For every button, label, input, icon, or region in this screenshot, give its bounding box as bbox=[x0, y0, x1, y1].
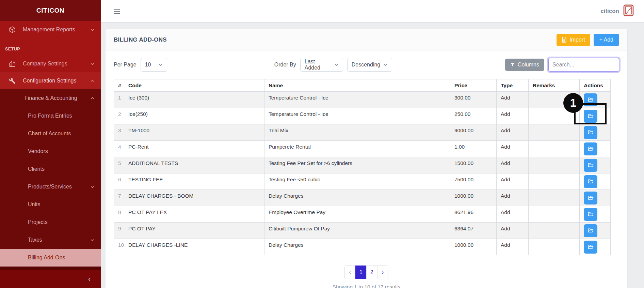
type-cell: Add bbox=[497, 141, 529, 157]
order-by-select[interactable]: Last Added bbox=[300, 58, 343, 72]
sidebar-item-company-settings[interactable]: Company Settings bbox=[0, 55, 101, 72]
name-cell: Testing Fee Per Set for >6 cylinders bbox=[264, 157, 450, 173]
open-record-button[interactable] bbox=[584, 159, 597, 172]
row-number: 8 bbox=[114, 206, 124, 223]
sidebar-item-chart-of-accounts[interactable]: Chart of Accounts bbox=[0, 125, 101, 142]
name-cell: Temperature Control - Ice bbox=[264, 92, 450, 108]
import-file-icon bbox=[562, 37, 567, 43]
sidebar-item-units[interactable]: Units bbox=[0, 196, 101, 213]
pagination-prev-button[interactable]: ‹ bbox=[344, 266, 356, 279]
sidebar-item-products-services[interactable]: Products/Services bbox=[0, 178, 101, 196]
table-row: 1Ice (300)Temperature Control - Ice300.0… bbox=[114, 92, 611, 108]
actions-cell bbox=[580, 190, 611, 206]
actions-cell bbox=[580, 141, 611, 157]
price-cell: 300.00 bbox=[450, 92, 497, 108]
sidebar: CITICON Management ReportsSETUPCompany S… bbox=[0, 0, 101, 288]
remarks-cell bbox=[529, 206, 580, 223]
sidebar-item-taxes[interactable]: Taxes bbox=[0, 231, 101, 249]
add-button[interactable]: + Add bbox=[594, 34, 619, 46]
remarks-cell bbox=[529, 157, 580, 173]
actions-cell bbox=[580, 92, 611, 108]
table-row: 9PC OT PAYCitibuilt Pumpcrew Ot Pay6364.… bbox=[114, 223, 611, 239]
row-number: 2 bbox=[114, 108, 124, 124]
pagination-page-2[interactable]: 2 bbox=[366, 266, 377, 279]
app-window: CITICON Management ReportsSETUPCompany S… bbox=[0, 0, 644, 288]
folder-open-icon bbox=[588, 212, 594, 217]
code-cell: DELAY CHARGES -LINE bbox=[124, 239, 264, 255]
name-cell: Citibuilt Pumpcrew Ot Pay bbox=[264, 223, 450, 239]
topbar-brand-text: citicon bbox=[600, 8, 619, 15]
open-record-button[interactable] bbox=[584, 208, 597, 221]
chevron-down-icon bbox=[90, 238, 95, 242]
content-area: BILLING ADD-ONS Import bbox=[101, 22, 644, 288]
sort-direction-select[interactable]: Descending bbox=[347, 58, 392, 72]
row-number: 3 bbox=[114, 124, 124, 141]
sidebar-item-label: Company Settings bbox=[23, 61, 67, 67]
sidebar-item-label: Chart of Accounts bbox=[28, 131, 71, 137]
name-cell: Trial Mix bbox=[264, 124, 450, 141]
open-record-button[interactable] bbox=[584, 110, 597, 123]
open-record-button[interactable] bbox=[584, 142, 597, 155]
per-page-select[interactable]: 10 bbox=[141, 58, 167, 72]
sidebar-item-billing-add-ons[interactable]: Billing Add-Ons bbox=[0, 249, 101, 267]
add-button-label: + Add bbox=[599, 37, 613, 43]
hamburger-icon bbox=[114, 9, 120, 10]
code-cell: Ice(250) bbox=[124, 108, 264, 124]
row-number: 10 bbox=[114, 239, 124, 255]
billing-addons-card: BILLING ADD-ONS Import bbox=[105, 29, 628, 288]
code-cell: Ice (300) bbox=[124, 92, 264, 108]
chevron-up-icon bbox=[90, 96, 95, 101]
column-header-code: Code bbox=[124, 79, 264, 92]
order-by-label: Order By bbox=[274, 62, 296, 68]
row-number: 6 bbox=[114, 173, 124, 190]
sidebar-item-pro-forma-entries[interactable]: Pro Forma Entries bbox=[0, 107, 101, 125]
sidebar-item-management-reports[interactable]: Management Reports bbox=[0, 21, 101, 38]
folder-open-icon bbox=[588, 228, 594, 233]
name-cell: Temperature Control - Ice bbox=[264, 108, 450, 124]
remarks-cell bbox=[529, 190, 580, 206]
actions-cell bbox=[580, 108, 611, 124]
import-button[interactable]: Import bbox=[557, 34, 590, 46]
price-cell: 1.00 bbox=[450, 141, 497, 157]
sidebar-item-label: Units bbox=[28, 201, 40, 208]
remarks-cell bbox=[529, 223, 580, 239]
wrench-icon bbox=[9, 77, 16, 85]
folder-open-icon bbox=[588, 179, 594, 184]
search-input[interactable] bbox=[548, 58, 619, 72]
open-record-button[interactable] bbox=[584, 175, 597, 188]
card-body: Per Page 10 Order By Last Add bbox=[106, 50, 627, 288]
open-record-button[interactable] bbox=[584, 224, 597, 237]
row-number: 1 bbox=[114, 92, 124, 108]
cube-icon bbox=[9, 26, 16, 33]
chevron-down-icon bbox=[90, 185, 95, 189]
results-summary: Showing 1 to 10 of 17 results bbox=[114, 284, 619, 288]
sidebar-item-configuration-settings[interactable]: Configuration Settings bbox=[0, 72, 101, 89]
open-record-button[interactable] bbox=[584, 241, 597, 254]
actions-cell bbox=[580, 157, 611, 173]
sidebar-item-label: Configuration Settings bbox=[23, 78, 76, 84]
columns-button[interactable]: Columns bbox=[505, 59, 544, 71]
open-record-button[interactable] bbox=[584, 93, 597, 106]
sidebar-item-finance-accounting[interactable]: Finance & Accounting bbox=[0, 89, 101, 107]
citicon-logo-icon bbox=[623, 4, 634, 18]
type-cell: Add bbox=[497, 190, 529, 206]
price-cell: 9000.00 bbox=[450, 124, 497, 141]
sidebar-item-vendors[interactable]: Vendors bbox=[0, 142, 101, 160]
filter-toolbar: Per Page 10 Order By Last Add bbox=[114, 58, 619, 72]
open-record-button[interactable] bbox=[584, 126, 597, 139]
name-cell: Pumpcrete Rental bbox=[264, 141, 450, 157]
sidebar-toggle-button[interactable] bbox=[113, 7, 121, 16]
sidebar-item-projects[interactable]: Projects bbox=[0, 213, 101, 231]
row-number: 5 bbox=[114, 157, 124, 173]
price-cell: 1000.00 bbox=[450, 239, 497, 255]
pagination-page-1[interactable]: 1 bbox=[355, 266, 367, 279]
pagination-next-button[interactable]: › bbox=[377, 266, 388, 279]
folder-open-icon bbox=[588, 163, 594, 168]
sidebar-item-clients[interactable]: Clients bbox=[0, 160, 101, 178]
sidebar-collapse-button[interactable]: ‹ bbox=[0, 270, 101, 288]
remarks-cell bbox=[529, 173, 580, 190]
chevron-down-icon bbox=[90, 62, 95, 66]
open-record-button[interactable] bbox=[584, 192, 597, 204]
type-cell: Add bbox=[497, 157, 529, 173]
actions-cell bbox=[580, 206, 611, 223]
